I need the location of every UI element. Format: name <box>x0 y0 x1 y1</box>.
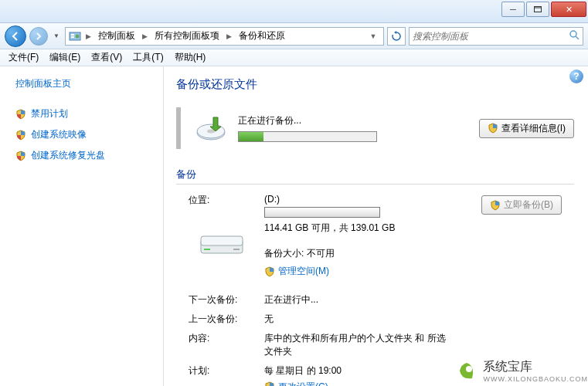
last-backup-value: 无 <box>264 313 472 326</box>
location-label: 位置: <box>189 194 264 207</box>
next-backup-value: 正在进行中... <box>264 293 472 306</box>
svg-rect-14 <box>233 249 240 250</box>
menu-view[interactable]: 查看(V) <box>86 49 127 66</box>
content-area: 控制面板主页 禁用计划 创建系统映像 创建系统修复光盘 ? 备份或还原文件 <box>0 66 588 386</box>
sidebar-task-image[interactable]: 创建系统映像 <box>15 128 155 141</box>
breadcrumb-separator[interactable]: ▶ <box>141 32 149 40</box>
shield-icon <box>264 381 275 386</box>
backup-disc-icon <box>195 114 227 142</box>
sidebar-task-repair[interactable]: 创建系统修复光盘 <box>15 149 155 162</box>
watermark-title: 系统宝库 <box>483 359 588 375</box>
leaf-icon <box>455 360 478 383</box>
svg-line-7 <box>576 36 579 39</box>
address-bar[interactable]: ▶ 控制面板 ▶ 所有控制面板项 ▶ 备份和还原 ▼ <box>65 27 384 46</box>
plan-value: 每 星期日 的 19:00 <box>264 364 472 378</box>
arrow-right-icon <box>35 32 42 40</box>
control-panel-icon <box>69 30 81 42</box>
location-value: (D:) <box>264 194 472 205</box>
hard-drive-icon <box>198 225 246 258</box>
next-backup-label: 下一次备份: <box>189 293 264 306</box>
back-button[interactable] <box>5 25 26 47</box>
content-label: 内容: <box>189 332 264 358</box>
search-box[interactable] <box>409 27 583 46</box>
window-titlebar: ─ ✕ <box>0 0 588 23</box>
arrow-left-icon <box>11 32 20 41</box>
change-settings-link[interactable]: 更改设置(C) <box>264 381 328 387</box>
svg-point-15 <box>466 366 472 372</box>
progress-bar <box>238 131 377 142</box>
shield-icon <box>490 200 501 211</box>
progress-label: 正在进行备份... <box>238 114 468 127</box>
svg-point-6 <box>570 31 576 37</box>
manage-space-link[interactable]: 管理空间(M) <box>264 265 329 278</box>
svg-rect-3 <box>71 34 74 36</box>
refresh-icon <box>391 31 402 42</box>
shield-icon <box>15 151 26 161</box>
section-heading-backup: 备份 <box>176 168 574 185</box>
sidebar: 控制面板主页 禁用计划 创建系统映像 创建系统修复光盘 <box>0 66 164 386</box>
watermark-url: WWW.XILONGBAOKU.COM <box>483 375 588 383</box>
menu-bar: 文件(F) 编辑(E) 查看(V) 工具(T) 帮助(H) <box>0 49 588 66</box>
svg-rect-13 <box>204 249 210 250</box>
page-heading: 备份或还原文件 <box>176 77 574 92</box>
last-backup-label: 上一次备份: <box>189 313 264 326</box>
main-panel: ? 备份或还原文件 正在进行备份... 查看详细信息(I) 备份 <box>164 66 588 386</box>
content-value: 库中的文件和所有用户的个人文件夹 和 所选文件夹 <box>264 332 450 358</box>
menu-tools[interactable]: 工具(T) <box>127 49 168 66</box>
breadcrumb-item[interactable]: 所有控制面板项 <box>152 28 222 44</box>
maximize-icon <box>534 6 542 12</box>
nav-history-dropdown[interactable]: ▼ <box>53 32 59 39</box>
sidebar-task-disable[interactable]: 禁用计划 <box>15 107 155 120</box>
control-panel-home-link[interactable]: 控制面板主页 <box>15 77 155 90</box>
plan-label: 计划: <box>189 364 264 387</box>
sidebar-task-label: 创建系统修复光盘 <box>31 149 105 162</box>
forward-button <box>29 27 48 46</box>
view-details-button[interactable]: 查看详细信息(I) <box>479 119 574 138</box>
decorative-bar <box>176 107 181 149</box>
refresh-button[interactable] <box>387 27 406 46</box>
breadcrumb-item[interactable]: 控制面板 <box>96 28 138 44</box>
disk-usage-bar <box>264 207 380 218</box>
menu-file[interactable]: 文件(F) <box>3 49 44 66</box>
navigation-bar: ▼ ▶ 控制面板 ▶ 所有控制面板项 ▶ 备份和还原 ▼ <box>0 23 588 49</box>
backup-size-text: 备份大小: 不可用 <box>264 247 472 260</box>
backup-now-button: 立即备份(B) <box>481 195 562 215</box>
shield-icon <box>15 109 26 120</box>
breadcrumb-separator[interactable]: ▶ <box>84 32 93 40</box>
maximize-button[interactable] <box>526 2 549 17</box>
watermark: 系统宝库 WWW.XILONGBAOKU.COM <box>455 359 588 383</box>
shield-icon <box>15 130 26 141</box>
breadcrumb-item[interactable]: 备份和还原 <box>236 28 287 44</box>
backup-progress-row: 正在进行备份... 查看详细信息(I) <box>176 103 574 160</box>
svg-rect-4 <box>71 36 74 38</box>
shield-icon <box>264 266 275 277</box>
shield-icon <box>488 123 498 134</box>
search-icon[interactable] <box>569 29 580 42</box>
disk-free-text: 114.41 GB 可用，共 139.01 GB <box>264 222 472 235</box>
svg-point-5 <box>75 34 79 38</box>
search-input[interactable] <box>413 31 566 42</box>
breadcrumb-separator[interactable]: ▶ <box>225 32 233 40</box>
sidebar-task-label: 禁用计划 <box>31 107 68 120</box>
close-button[interactable]: ✕ <box>551 2 586 17</box>
svg-rect-12 <box>201 236 243 245</box>
menu-edit[interactable]: 编辑(E) <box>44 49 86 66</box>
help-icon[interactable]: ? <box>569 69 583 83</box>
menu-help[interactable]: 帮助(H) <box>169 49 212 66</box>
minimize-button[interactable]: ─ <box>501 2 525 17</box>
sidebar-task-label: 创建系统映像 <box>31 128 87 141</box>
address-dropdown[interactable]: ▼ <box>366 32 380 40</box>
